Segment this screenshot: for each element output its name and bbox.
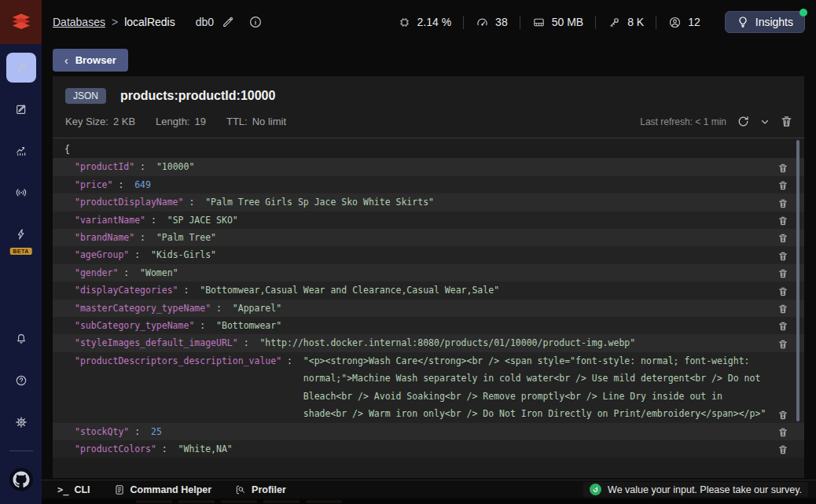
- pencil-icon[interactable]: [222, 16, 234, 28]
- delete-field-button[interactable]: [771, 213, 795, 229]
- field-value[interactable]: "Palm Tree Girls Sp Jace Sko White Skirt…: [205, 193, 771, 211]
- field-value[interactable]: "Kids-Girls": [151, 246, 771, 263]
- delete-field-button[interactable]: [771, 442, 795, 458]
- bottom-bar-command-helper[interactable]: Command Helper: [114, 484, 212, 495]
- field-key[interactable]: "stockQty": [75, 423, 129, 440]
- trash-icon: [777, 286, 788, 297]
- field-key[interactable]: "productId": [75, 158, 134, 175]
- sidebar-item-settings[interactable]: [6, 407, 36, 437]
- delete-field-button[interactable]: [771, 160, 795, 176]
- profiler-icon: [235, 484, 246, 495]
- delete-field-button[interactable]: [771, 230, 795, 246]
- sidebar-nav-top: BETA: [6, 44, 36, 249]
- refresh-options-button[interactable]: [760, 117, 770, 127]
- field-value[interactable]: "White,NA": [178, 440, 771, 458]
- sidebar-item-workbench[interactable]: [6, 94, 36, 124]
- survey-icon: [590, 484, 601, 495]
- trash-icon: [777, 339, 788, 350]
- field-value[interactable]: "10000": [156, 158, 771, 175]
- field-value[interactable]: 649: [134, 176, 771, 193]
- field-key[interactable]: "variantName": [75, 212, 145, 229]
- field-key[interactable]: "price": [75, 176, 112, 193]
- sidebar-item-triggers-functions[interactable]: BETA: [6, 219, 36, 249]
- length-value: 19: [194, 116, 205, 127]
- sidebar-item-pubsub[interactable]: [6, 178, 36, 208]
- lightning-icon: [15, 228, 28, 241]
- chevron-down-icon: [760, 117, 770, 127]
- json-open-brace: {: [53, 141, 804, 158]
- delete-field-button[interactable]: [771, 178, 795, 193]
- ttl-value[interactable]: No limit: [252, 116, 286, 127]
- breadcrumb-databases-link[interactable]: Databases: [53, 16, 105, 28]
- field-value[interactable]: "<p><strong>Wash Care</strong><br /> <sp…: [303, 352, 771, 423]
- field-value[interactable]: "SP JACE SKO": [167, 212, 771, 229]
- key-size-label: Key Size:: [65, 116, 108, 127]
- delete-key-button[interactable]: [780, 115, 793, 128]
- json-field-row: "price" : 649: [53, 176, 804, 193]
- delete-field-button[interactable]: [771, 407, 795, 423]
- back-to-browser-button[interactable]: ‹ Browser: [53, 49, 128, 72]
- delete-field-button[interactable]: [771, 318, 795, 334]
- delete-field-button[interactable]: [771, 196, 795, 212]
- redis-logo[interactable]: [0, 0, 42, 44]
- field-key[interactable]: "subCategory_typeName": [75, 317, 194, 334]
- delete-field-button[interactable]: [771, 425, 795, 440]
- survey-link[interactable]: We value your input. Please take our sur…: [583, 482, 808, 497]
- field-key[interactable]: "styleImages_default_imageURL": [75, 334, 238, 351]
- field-colon: :: [145, 212, 167, 229]
- field-key[interactable]: "brandName": [75, 229, 134, 246]
- json-field-row: "displayCategories" : "Bottomwear,Casual…: [53, 281, 804, 299]
- browser-nav-row: ‹ Browser: [42, 44, 816, 76]
- field-key[interactable]: "displayCategories": [75, 281, 178, 299]
- delete-field-button[interactable]: [771, 248, 795, 264]
- stat-value: 50 MB: [552, 16, 583, 28]
- json-viewer: { "productId" : "10000""price" : 649"pro…: [53, 138, 804, 478]
- field-key[interactable]: "gender": [75, 264, 118, 281]
- stat-item: 38: [463, 16, 520, 29]
- key-meta-bar: Key Size: 2 KB Length: 19 TTL: No limit …: [53, 108, 804, 138]
- field-value[interactable]: 25: [151, 423, 771, 440]
- github-icon: [9, 468, 33, 491]
- field-value[interactable]: "Apparel": [233, 300, 771, 317]
- bottom-bar-item-label: Command Helper: [130, 484, 212, 495]
- taskbar-sliver: [42, 498, 816, 504]
- refresh-button[interactable]: [737, 115, 750, 128]
- sidebar-item-browser[interactable]: [6, 53, 36, 83]
- field-key[interactable]: "productDescriptors_description_value": [75, 352, 281, 370]
- delete-field-button[interactable]: [771, 301, 795, 317]
- gear-icon: [15, 416, 28, 429]
- redisinsight-app: BETA: [0, 0, 816, 504]
- sidebar-item-github[interactable]: [6, 465, 36, 495]
- stat-value: 2.14 %: [417, 16, 452, 28]
- key-type-badge: JSON: [65, 88, 106, 104]
- field-value[interactable]: "Bottomwear,Casual Wear and Clearance,Ca…: [200, 281, 771, 299]
- field-value[interactable]: "http://host.docker.internal:8080/produc…: [259, 334, 771, 351]
- field-key[interactable]: "productColors": [75, 440, 156, 458]
- delete-field-button[interactable]: [771, 284, 795, 300]
- field-key[interactable]: "productDisplayName": [75, 193, 183, 211]
- field-value[interactable]: "Bottomwear": [216, 317, 771, 334]
- back-button-label: Browser: [75, 54, 116, 66]
- vertical-scrollbar[interactable]: [796, 140, 799, 421]
- json-field-row: "productDisplayName" : "Palm Tree Girls …: [53, 193, 804, 211]
- info-icon[interactable]: [248, 15, 263, 29]
- field-value[interactable]: "Women": [140, 264, 771, 281]
- field-value[interactable]: "Palm Tree": [156, 229, 771, 246]
- key-icon: [15, 61, 28, 74]
- bottom-bar-cli[interactable]: >_CLI: [57, 484, 90, 495]
- delete-field-button[interactable]: [771, 266, 795, 281]
- field-colon: :: [134, 158, 156, 175]
- sidebar-item-analytics[interactable]: [6, 136, 36, 166]
- bottom-bar-item-label: CLI: [74, 484, 90, 495]
- key-name[interactable]: products:productId:10000: [120, 89, 275, 103]
- trash-icon: [777, 163, 788, 174]
- insights-button[interactable]: Insights: [725, 11, 805, 33]
- sidebar-item-help[interactable]: [6, 366, 36, 395]
- field-key[interactable]: "ageGroup": [75, 246, 129, 263]
- field-key[interactable]: "masterCategory_typeName": [75, 300, 211, 317]
- delete-field-button[interactable]: [771, 337, 795, 352]
- sidebar-item-notifications[interactable]: [6, 324, 36, 354]
- breadcrumb-separator: >: [112, 16, 118, 28]
- bottom-bar-profiler[interactable]: Profiler: [235, 484, 286, 495]
- json-field-row: "productDescriptors_description_value" :…: [53, 352, 804, 423]
